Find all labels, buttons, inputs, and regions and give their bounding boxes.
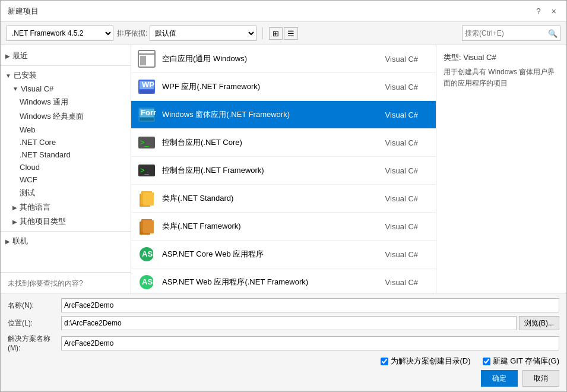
right-panel: 类型: Visual C# 用于创建具有 Windows 窗体用户界面的应用程序… <box>436 45 566 293</box>
project-item-console-fw[interactable]: >_ 控制台应用(.NET Framework) Visual C# <box>131 157 436 185</box>
sidebar-item-visualcs[interactable]: ▼ Visual C# <box>1 83 131 95</box>
project-name-console-fw: 控制台应用(.NET Framework) <box>162 165 382 176</box>
sidebar-item-test[interactable]: 测试 <box>1 186 131 200</box>
sidebar-item-other-types[interactable]: ▶ 其他项目类型 <box>1 214 131 229</box>
framework-select[interactable]: .NET Framework 4.5.2 <box>7 26 113 41</box>
expand-icon-other-langs: ▶ <box>12 204 17 211</box>
project-item-lib-standard[interactable]: 类库(.NET Standard) Visual C# <box>131 185 436 213</box>
project-item-winform[interactable]: Form Windows 窗体应用(.NET Framework) Visual… <box>131 101 436 129</box>
svg-rect-5 <box>140 90 154 93</box>
checkbox-create-dir-label: 为解决方案创建目录(D) <box>391 356 471 366</box>
form-row-name: 名称(N): <box>8 298 559 312</box>
project-type-winform: Visual C# <box>382 110 430 119</box>
project-icon-wpf: WPF <box>137 77 156 96</box>
toolbar: .NET Framework 4.5.2 排序依据: 默认值 ⊞ ☰ 🔍 <box>1 22 566 45</box>
project-item-aspnet[interactable]: ASP ASP.NET Web 应用程序(.NET Framework) Vis… <box>131 268 436 293</box>
sort-section: 排序依据: 默认值 <box>117 26 256 41</box>
search-icon: 🔍 <box>548 29 558 38</box>
dialog-title: 新建项目 <box>8 6 39 17</box>
project-type-lib-standard: Visual C# <box>382 194 430 203</box>
sidebar-item-windows-universal[interactable]: Windows 通用 <box>1 95 131 109</box>
project-name-blank-uwp: 空白应用(通用 Windows) <box>162 53 382 64</box>
grid-view-button[interactable]: ⊞ <box>269 27 283 40</box>
checkbox-create-dir[interactable]: 为解决方案创建目录(D) <box>381 356 471 366</box>
project-type-wpf: Visual C# <box>382 83 430 91</box>
view-buttons: ⊞ ☰ <box>269 27 298 40</box>
project-item-wpf[interactable]: WPF WPF 应用(.NET Framework) Visual C# <box>131 73 436 101</box>
svg-text:ASP: ASP <box>142 249 156 258</box>
sidebar-item-windows-classic[interactable]: Windows 经典桌面 <box>1 109 131 124</box>
project-icon-console-fw: >_ <box>137 161 156 180</box>
sidebar-item-other-langs[interactable]: ▶ 其他语言 <box>1 200 131 214</box>
sidebar-item-label-wcf: WCF <box>20 175 37 184</box>
checkbox-git[interactable]: 新建 GIT 存储库(G) <box>483 356 559 366</box>
checkbox-git-input[interactable] <box>483 358 490 365</box>
project-type-blank-uwp: Visual C# <box>382 55 430 64</box>
project-type-aspnet-core: Visual C# <box>382 250 430 259</box>
project-name-wpf: WPF 应用(.NET Framework) <box>162 81 382 92</box>
browse-button[interactable]: 浏览(B)... <box>519 316 559 330</box>
sidebar-divider-2 <box>1 231 131 232</box>
close-button[interactable]: × <box>549 5 559 17</box>
svg-rect-9 <box>140 118 154 121</box>
sidebar-item-label-visualcs: Visual C# <box>21 84 53 93</box>
project-icon-console-core: >_ <box>137 133 156 152</box>
solution-input[interactable] <box>61 336 559 350</box>
sidebar-bottom-text: 未找到你要查找的内容? <box>8 279 123 289</box>
help-button[interactable]: ? <box>533 5 544 17</box>
sidebar-item-label-installed: 已安装 <box>14 70 37 81</box>
name-input[interactable] <box>61 298 559 312</box>
project-name-lib-standard: 类库(.NET Standard) <box>162 193 382 204</box>
svg-rect-2 <box>140 56 146 65</box>
project-item-lib-fw[interactable]: 类库(.NET Framework) Visual C# <box>131 213 436 241</box>
sidebar: ▶ 最近 ▼ 已安装 ▼ Visual C# Windows 通用 Window… <box>1 45 131 293</box>
project-type-console-core: Visual C# <box>382 138 430 147</box>
location-label: 位置(L): <box>8 318 61 328</box>
project-item-blank-uwp[interactable]: 空白应用(通用 Windows) Visual C# <box>131 45 436 73</box>
sidebar-item-web[interactable]: Web <box>1 124 131 136</box>
project-item-aspnet-core[interactable]: ASP ASP.NET Core Web 应用程序 Visual C# <box>131 241 436 268</box>
svg-rect-17 <box>143 192 154 206</box>
sidebar-item-label-recent: 最近 <box>12 50 28 61</box>
project-item-console-core[interactable]: >_ 控制台应用(.NET Core) Visual C# <box>131 129 436 157</box>
right-panel-type: 类型: Visual C# <box>444 52 559 63</box>
sidebar-item-label-net-core: .NET Core <box>20 138 56 147</box>
expand-icon-installed: ▼ <box>5 72 11 79</box>
sidebar-item-recent[interactable]: ▶ 最近 <box>1 49 131 63</box>
expand-icon-visualcs: ▼ <box>12 86 18 92</box>
confirm-button[interactable]: 确定 <box>481 370 518 387</box>
cancel-button[interactable]: 取消 <box>522 370 559 387</box>
sidebar-item-label-machine: 联机 <box>12 236 28 246</box>
project-type-aspnet: Visual C# <box>382 278 430 287</box>
project-type-lib-fw: Visual C# <box>382 222 430 231</box>
location-input[interactable] <box>61 316 517 330</box>
project-icon-blank-uwp <box>137 49 156 68</box>
expand-icon-other-types: ▶ <box>12 219 17 225</box>
search-input[interactable] <box>465 29 548 37</box>
sidebar-item-net-core[interactable]: .NET Core <box>1 136 131 148</box>
svg-text:ASP: ASP <box>142 277 156 286</box>
solution-label: 解决方案名称(M): <box>8 334 61 352</box>
sidebar-item-net-standard[interactable]: .NET Standard <box>1 148 131 161</box>
sidebar-item-installed[interactable]: ▼ 已安装 <box>1 68 131 83</box>
expand-icon-recent: ▶ <box>5 53 10 59</box>
sidebar-divider-1 <box>1 65 131 66</box>
action-buttons: 确定 取消 <box>8 370 559 387</box>
sidebar-item-machine[interactable]: ▶ 联机 <box>1 234 131 248</box>
project-name-lib-fw: 类库(.NET Framework) <box>162 221 382 232</box>
svg-text:WPF: WPF <box>142 80 156 89</box>
bottom-bar: 名称(N): 位置(L): 浏览(B)... 解决方案名称(M): 为解决方案创… <box>1 293 566 391</box>
sort-label: 排序依据: <box>117 29 147 39</box>
project-icon-aspnet: ASP <box>137 273 156 292</box>
sidebar-bottom: 未找到你要查找的内容? 打开 Visual Studio 安装程序 <box>1 272 131 293</box>
sidebar-item-cloud[interactable]: Cloud <box>1 161 131 173</box>
checkbox-git-label: 新建 GIT 存储库(G) <box>493 356 559 366</box>
svg-text:>_: >_ <box>140 166 150 175</box>
location-input-group: 浏览(B)... <box>61 316 559 330</box>
list-view-button[interactable]: ☰ <box>284 27 298 40</box>
sidebar-item-label-net-standard: .NET Standard <box>20 150 71 159</box>
expand-icon-machine: ▶ <box>5 238 10 245</box>
sidebar-item-wcf[interactable]: WCF <box>1 173 131 186</box>
checkbox-create-dir-input[interactable] <box>381 358 388 365</box>
sort-select[interactable]: 默认值 <box>150 26 256 41</box>
